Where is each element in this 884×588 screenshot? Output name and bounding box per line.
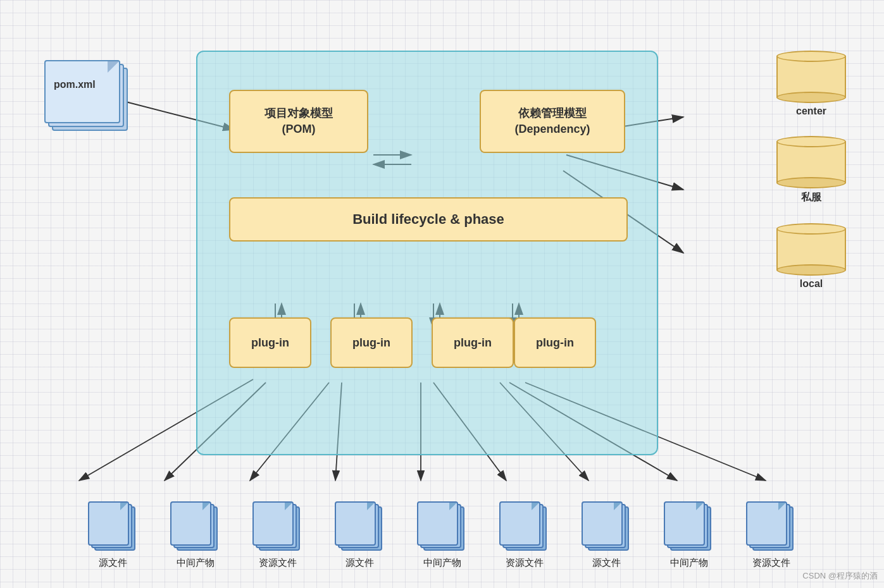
dependency-box: 依赖管理模型(Dependency)	[480, 90, 625, 153]
file-label-7: 源文件	[592, 557, 621, 569]
plugin-box-4: plug-in	[514, 317, 596, 368]
file-label-5: 中间产物	[423, 557, 461, 569]
file-item-6: 资源文件	[499, 501, 550, 569]
file-label-4: 源文件	[346, 557, 374, 569]
file-item-3: 资源文件	[252, 501, 303, 569]
file-item-1: 源文件	[88, 501, 139, 569]
plugin-box-3: plug-in	[432, 317, 514, 368]
bottom-files-area: 源文件 中间产物 资源文件 源文件	[19, 501, 865, 569]
file-item-7: 源文件	[582, 501, 632, 569]
file-label-6: 资源文件	[506, 557, 544, 569]
private-repo: 私服	[776, 136, 846, 204]
repository-area: center 私服 local	[776, 51, 846, 290]
file-label-8: 中间产物	[670, 557, 708, 569]
center-repo: center	[776, 51, 846, 117]
pom-box: 项目对象模型(POM)	[229, 90, 368, 153]
plugin-3-label: plug-in	[454, 336, 492, 350]
plugin-2-label: plug-in	[352, 336, 390, 350]
file-item-5: 中间产物	[417, 501, 468, 569]
file-label-1: 源文件	[99, 557, 127, 569]
file-label-2: 中间产物	[177, 557, 215, 569]
pom-box-label: 项目对象模型(POM)	[265, 106, 333, 137]
local-repo-label: local	[776, 278, 846, 290]
lifecycle-box: Build lifecycle & phase	[229, 197, 628, 242]
pom-xml-label: pom.xml	[54, 79, 96, 90]
file-label-3: 资源文件	[259, 557, 297, 569]
file-label-9: 资源文件	[752, 557, 790, 569]
plugin-1-label: plug-in	[251, 336, 289, 350]
center-repo-label: center	[776, 106, 846, 117]
pom-xml-icon: pom.xml	[44, 60, 133, 136]
file-item-2: 中间产物	[170, 501, 221, 569]
plugin-4-label: plug-in	[536, 336, 574, 350]
file-item-8: 中间产物	[664, 501, 714, 569]
plugin-box-1: plug-in	[229, 317, 311, 368]
local-repo: local	[776, 223, 846, 290]
lifecycle-label: Build lifecycle & phase	[352, 211, 504, 228]
plugin-box-2: plug-in	[330, 317, 413, 368]
maven-core-box: 项目对象模型(POM) 依赖管理模型(Dependency) Build lif…	[196, 51, 658, 455]
file-item-9: 资源文件	[746, 501, 797, 569]
private-repo-label: 私服	[776, 191, 846, 204]
file-item-4: 源文件	[335, 501, 385, 569]
watermark: CSDN @程序猿的酒	[802, 570, 878, 582]
dependency-box-label: 依赖管理模型(Dependency)	[514, 106, 590, 137]
